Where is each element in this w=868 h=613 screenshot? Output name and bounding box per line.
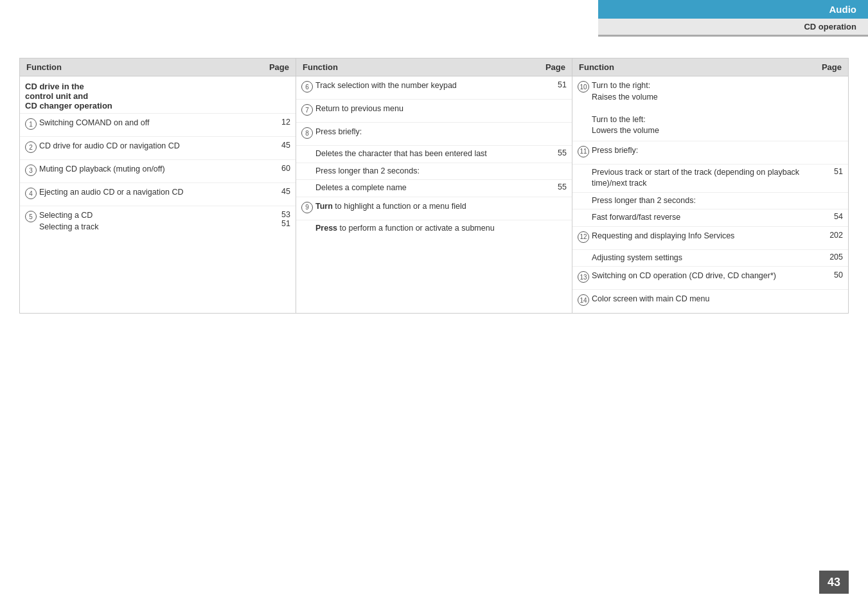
- sub-row-page: 205: [824, 253, 843, 262]
- col3: Function Page 10 Turn to the right:Raise…: [572, 58, 849, 314]
- col2: Function Page 6 Track selection with the…: [296, 58, 572, 314]
- row-page: 50: [824, 271, 843, 280]
- sub-row-func: Press longer than 2 seconds:: [592, 195, 824, 207]
- row-func: Return to previous menu: [315, 103, 547, 115]
- row-num: 9: [301, 201, 315, 213]
- row-func: Turn to the right:Raises the volumeTurn …: [592, 80, 824, 137]
- table-row: 7 Return to previous menu: [296, 100, 572, 123]
- row-num: 7: [301, 103, 315, 116]
- sub-row-func: Press longer than 2 seconds:: [315, 166, 547, 177]
- page-number: 43: [819, 571, 849, 594]
- row-func: Track selection with the number keypad: [315, 80, 547, 92]
- row-num: 10: [578, 80, 592, 93]
- row-func: Turn to highlight a function or a menu f…: [315, 201, 547, 213]
- sub-row: Deletes the character that has been ente…: [296, 146, 572, 163]
- table-row: 8 Press briefly:: [296, 123, 572, 146]
- row-num: 11: [578, 145, 592, 157]
- row-func: Color screen with main CD menu: [592, 294, 824, 305]
- row-func: CD drive for audio CD or navigation CD: [39, 141, 271, 152]
- table-row: 3 Muting CD playback (muting on/off) 60: [20, 160, 296, 183]
- sub-row: Press longer than 2 seconds:: [296, 163, 572, 181]
- cd-drive-header: CD drive in thecontrol unit andCD change…: [25, 82, 112, 111]
- sub-row: Previous track or start of the track (de…: [572, 164, 848, 193]
- row-page: 12: [271, 118, 290, 127]
- sub-row-func: Adjusting system settings: [592, 253, 824, 264]
- page-number-label: 43: [828, 576, 840, 589]
- row-num: 4: [25, 187, 39, 199]
- audio-label: Audio: [829, 4, 857, 15]
- col1-header: Function Page: [20, 58, 296, 76]
- row-num: 12: [578, 231, 592, 243]
- sub-row-page: 51: [824, 167, 843, 176]
- header-area: Audio CD operation: [598, 0, 868, 37]
- table-row: 5 Selecting a CDSelecting a track 5351: [20, 206, 296, 236]
- col3-page-header: Page: [822, 62, 842, 72]
- row-page: 45: [271, 187, 290, 196]
- sub-row-page: 55: [547, 148, 567, 157]
- sub-row-func: Press to perform a function or activate …: [315, 223, 547, 235]
- sub-row: Deletes a complete name 55: [296, 180, 572, 197]
- col1-top-row: CD drive in thecontrol unit andCD change…: [20, 76, 296, 114]
- cd-header: CD operation: [598, 19, 868, 37]
- col2-header: Function Page: [296, 58, 572, 76]
- col3-function-header: Function: [579, 62, 614, 72]
- sub-row: Fast forward/fast reverse 54: [572, 209, 848, 227]
- sub-row-func: Deletes the character that has been ente…: [315, 148, 547, 160]
- col3-header: Function Page: [572, 58, 848, 76]
- table-row: 6 Track selection with the number keypad…: [296, 76, 572, 100]
- row-func: Press briefly:: [315, 127, 547, 138]
- audio-header: Audio: [598, 0, 868, 19]
- row-func: Press briefly:: [592, 145, 824, 157]
- row-num: 3: [25, 164, 39, 176]
- row-page: 202: [824, 231, 843, 240]
- row-func: Selecting a CDSelecting a track: [39, 210, 271, 233]
- table-row: 11 Press briefly:: [572, 141, 848, 164]
- row-page: 5351: [271, 210, 290, 228]
- row-page: 51: [547, 80, 567, 89]
- row-func: Switching COMAND on and off: [39, 118, 271, 129]
- row-num: 8: [301, 127, 315, 139]
- col2-function-header: Function: [303, 62, 338, 72]
- sub-row: Adjusting system settings 205: [572, 250, 848, 267]
- row-page: 45: [271, 141, 290, 150]
- col1-function-header: Function: [26, 62, 62, 72]
- table-row: 13 Switching on CD operation (CD drive, …: [572, 267, 848, 290]
- table-row: 10 Turn to the right:Raises the volumeTu…: [572, 76, 848, 141]
- sub-row-func: Previous track or start of the track (de…: [592, 167, 824, 190]
- row-num: 2: [25, 141, 39, 153]
- cd-label: CD operation: [804, 22, 856, 31]
- table-row: 14 Color screen with main CD menu: [572, 290, 848, 313]
- table-row: 2 CD drive for audio CD or navigation CD…: [20, 137, 296, 160]
- row-func: Muting CD playback (muting on/off): [39, 164, 271, 175]
- col2-page-header: Page: [545, 62, 565, 72]
- col1: Function Page CD drive in thecontrol uni…: [19, 58, 296, 314]
- row-page: 60: [271, 164, 290, 173]
- table-row: 12 Requesting and displaying Info Servic…: [572, 227, 848, 250]
- row-num: 14: [578, 294, 592, 306]
- table-row: 1 Switching COMAND on and off 12: [20, 114, 296, 137]
- sub-row: Press to perform a function or activate …: [296, 220, 572, 237]
- sub-row: Press longer than 2 seconds:: [572, 193, 848, 210]
- table-row: 9 Turn to highlight a function or a menu…: [296, 197, 572, 220]
- row-num: 6: [301, 80, 315, 93]
- row-num: 13: [578, 271, 592, 283]
- sub-row-func: Deletes a complete name: [315, 182, 547, 194]
- table-row: 4 Ejecting an audio CD or a navigation C…: [20, 183, 296, 206]
- row-num: 5: [25, 210, 39, 222]
- sub-row-page: 55: [547, 182, 567, 191]
- row-func: Ejecting an audio CD or a navigation CD: [39, 187, 271, 199]
- col1-page-header: Page: [269, 62, 289, 72]
- main-content: Function Page CD drive in thecontrol uni…: [19, 58, 849, 314]
- sub-row-func: Fast forward/fast reverse: [592, 212, 824, 224]
- sub-row-page: 54: [824, 212, 843, 221]
- row-num: 1: [25, 118, 39, 130]
- row-func: Requesting and displaying Info Services: [592, 231, 824, 242]
- row-func: Switching on CD operation (CD drive, CD …: [592, 271, 824, 282]
